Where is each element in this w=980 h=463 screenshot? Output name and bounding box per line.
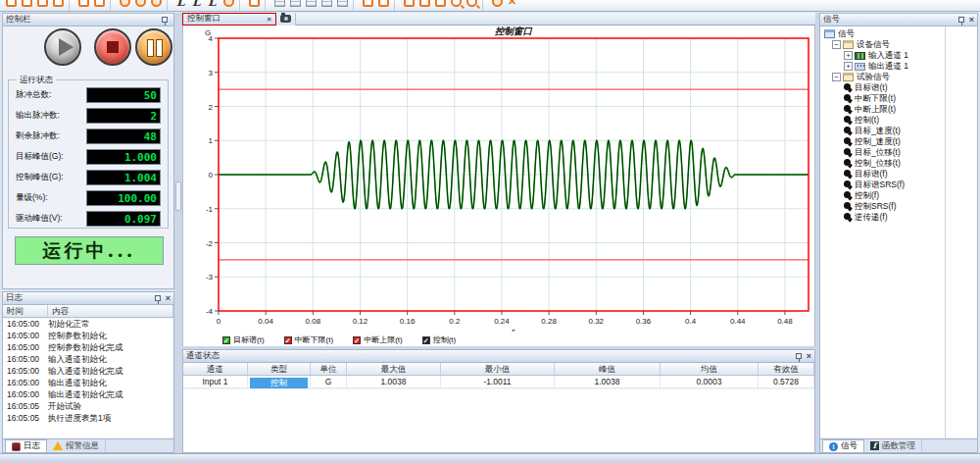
chart-view-a-icon[interactable] [319,0,335,12]
log-row[interactable]: 16:05:05执行进度表第1项 [3,413,173,425]
print-preview-icon[interactable] [92,0,108,12]
tab-secondary[interactable]: 报警信息 [47,439,106,452]
layout-single-icon[interactable] [272,0,288,12]
logico-icon [12,442,21,451]
legend-item[interactable]: ✓目标谱(t) [222,334,265,345]
close-icon[interactable]: × [807,351,811,361]
fit-horizontal-icon[interactable] [402,0,417,12]
legend-checkbox[interactable]: ✓ [422,336,430,344]
link-axes-icon[interactable] [221,0,237,12]
log-row[interactable]: 16:05:00输出通道初始化 [3,378,173,389]
log-row[interactable]: 16:05:00控制参数初始化 [3,331,173,342]
tree-item[interactable]: −试验信号 [820,72,977,82]
close-icon[interactable]: ✕ [506,0,521,12]
fit-page-icon[interactable] [433,0,449,12]
undo-icon[interactable] [490,0,506,12]
close-icon[interactable]: × [166,293,171,303]
tree-item[interactable]: 控制(f) [820,190,977,201]
tree-item[interactable]: 控制_速度(t) [820,136,977,147]
legend-checkbox[interactable]: ✓ [284,336,292,344]
tab-close-icon[interactable]: × [267,15,271,24]
log-axis-x-icon[interactable]: L [174,0,190,12]
legend-item[interactable]: ✓中断下限(t) [284,334,334,345]
cursor-add-icon[interactable] [361,0,376,12]
stop-button[interactable] [94,28,131,66]
tree-item[interactable]: 逆传递(f) [820,212,977,223]
legend-item[interactable]: ✓控制(t) [422,334,457,345]
pin-icon[interactable] [958,17,964,23]
zoom-in-icon[interactable] [449,0,465,12]
log-message: 输出通道初始化完成 [48,389,173,401]
chart-view-b-icon[interactable] [335,0,351,12]
print-icon[interactable] [76,0,92,12]
control-window-chart[interactable]: 控制窗口G43210-1-2-3-400.040.080.120.160.20.… [182,26,815,334]
tree-item[interactable]: 目标谱(t) [820,82,977,93]
channel-col-header[interactable]: 最小值 [441,363,555,375]
channel-col-header[interactable]: 通道 [183,363,248,375]
channel-col-header[interactable]: 均值 [661,363,759,375]
close-icon[interactable]: × [969,15,974,25]
pin-icon[interactable] [796,353,802,359]
log-row[interactable]: 16:05:00输出通道初始化完成 [3,389,173,401]
tree-item[interactable]: 中断下限(t) [820,93,977,104]
schedule-pie-icon[interactable] [133,0,149,12]
expand-icon[interactable]: + [844,51,853,60]
save-file-icon[interactable] [35,0,51,12]
pin-icon[interactable] [162,17,168,23]
channel-col-header[interactable]: 单位 [311,363,347,375]
tree-item[interactable]: 控制_位移(t) [820,158,977,169]
expand-icon[interactable]: + [844,62,853,71]
tree-item[interactable]: 目标谱(f) [820,169,977,180]
channel-col-header[interactable]: 峰值 [555,363,661,375]
tree-item[interactable]: −设备信号 [820,39,977,50]
channel-col-header[interactable]: 最大值 [347,363,441,375]
vertical-splitter-left[interactable] [174,13,182,453]
new-file-icon[interactable] [4,0,20,12]
zoom-out-icon[interactable] [465,0,480,12]
channel-col-header[interactable]: 类型 [248,363,311,375]
log-axis-xy-icon[interactable]: L [206,0,221,12]
vertical-splitter-right[interactable] [815,13,819,453]
collapse-icon[interactable]: − [832,73,841,81]
tree-item[interactable]: 目标谱SRS(f) [820,180,977,190]
cursor-remove-icon[interactable] [376,0,392,12]
channel-row[interactable]: Input 1控制G1.0038-1.00111.00380.00030.572… [183,376,814,388]
layout-split-2-icon[interactable] [288,0,304,12]
log-row[interactable]: 16:05:00初始化正常 [3,319,173,331]
save-all-icon[interactable] [51,0,67,12]
log-row[interactable]: 16:05:05开始试验 [3,401,173,413]
favorite-icon[interactable] [118,0,133,12]
tab-secondary[interactable]: f函数管理 [864,439,922,452]
log-axis-y-icon[interactable]: L [190,0,206,12]
tab-control-window[interactable]: 控制窗口 × [182,13,276,26]
collapse-icon[interactable]: − [832,40,841,49]
open-file-icon[interactable] [20,0,35,12]
tree-item[interactable]: 中断上限(t) [820,104,977,115]
legend-checkbox[interactable]: ✓ [353,336,361,344]
screenshot-tab[interactable] [276,13,296,26]
layout-split-4-icon[interactable] [304,0,319,12]
tree-item[interactable]: 目标_位移(t) [820,147,977,158]
tab-primary[interactable]: i信号 [822,439,864,452]
signal-wave-icon[interactable] [247,0,263,12]
play-button[interactable] [44,28,81,66]
channel-col-header[interactable]: 有效值 [759,363,814,375]
tree-item[interactable]: +输入通道 1 [820,50,977,61]
pause-button[interactable] [135,28,172,66]
log-row[interactable]: 16:05:00输入通道初始化 [3,354,173,366]
tree-root-signals[interactable]: 信号 [820,28,977,39]
pin-icon[interactable] [155,295,161,301]
folder-icon [843,73,854,81]
splitter-handle[interactable] [175,181,181,211]
log-row[interactable]: 16:05:00控制参数初始化完成 [3,342,173,354]
fit-vertical-icon[interactable] [417,0,433,12]
tree-item[interactable]: +输出通道 1 [820,61,977,72]
tree-item[interactable]: 目标_速度(t) [820,126,977,136]
tree-item[interactable]: 控制(t) [820,115,977,126]
legend-item[interactable]: ✓中断上限(t) [353,334,403,345]
tree-item[interactable]: 控制SRS(f) [820,201,977,212]
log-row[interactable]: 16:05:00输入通道初始化完成 [3,366,173,378]
tab-primary[interactable]: 日志 [5,439,47,452]
clock-icon[interactable] [149,0,165,12]
legend-checkbox[interactable]: ✓ [222,336,230,344]
